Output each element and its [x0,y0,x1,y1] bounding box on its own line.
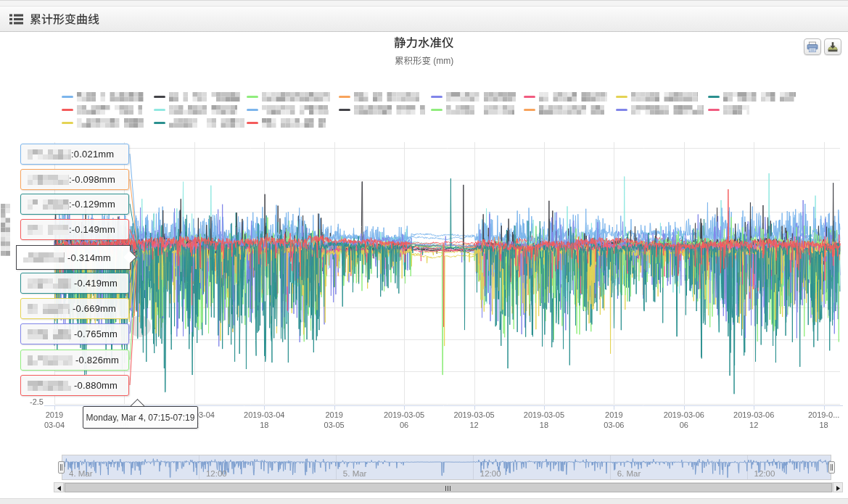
tooltip-series-name-censored [28,329,71,339]
tooltip-series-name-censored [28,149,71,160]
legend-marker [431,109,442,111]
legend-item[interactable] [154,117,244,128]
chart-subtitle: 累积形变 (mm) [0,55,848,66]
legend-item-label-censored [169,105,237,115]
legend-item[interactable] [247,91,330,102]
legend-item[interactable] [524,91,607,102]
tooltip-value: :0.021mm [71,149,114,160]
x-axis-label: 2019-0... 18 [791,410,848,430]
handle-grip-line [62,464,62,471]
navigator-axis-label: 5. Mar [343,469,367,478]
x-axis-label: 2019-03-05 06 [371,410,437,430]
navigator-axis-label: 12:00 [754,469,775,478]
legend-item[interactable] [708,104,749,115]
legend-item[interactable] [247,117,326,128]
handle-grip-line [832,464,833,471]
legend-item[interactable] [339,91,419,102]
handle-grip-line [60,464,61,471]
legend-marker [616,96,627,98]
legend-marker [62,109,73,111]
scrollbar-right-arrow-button[interactable] [833,482,843,492]
legend-item-label-censored [631,92,698,102]
scrollbar-left-arrow-icon [57,486,61,491]
x-axis-label: 2019-03-04 18 [231,410,297,430]
legend-item[interactable] [62,104,142,115]
legend-marker [62,122,73,124]
legend-marker [154,109,165,111]
navigator-axis-label: 12:00 [480,469,501,478]
legend-item[interactable] [616,104,704,115]
legend-item[interactable] [154,104,237,115]
legend-marker [247,122,258,124]
tooltip-box: :0.021mm [20,144,129,165]
tooltip-value: -0.314mm [65,252,111,263]
legend-item-label-censored [169,118,244,128]
x-axis-label: 2019-03-06 06 [651,410,717,430]
legend-marker [524,109,535,111]
tooltip-series-name-censored [28,355,73,365]
navigator-axis-label: 12:00 [206,469,227,478]
legend-item-label-censored [262,118,326,128]
tooltip-value: -0.880mm [71,380,118,391]
tooltip-value: :-0.149mm [69,224,115,235]
legend-marker [431,96,442,98]
legend-item[interactable] [524,104,604,115]
tooltip-box: -0.765mm [20,323,129,344]
legend-item-label-censored [723,92,796,102]
handle-grip-line [831,464,831,471]
legend-item[interactable] [431,91,516,102]
tooltip-series-name-censored [28,304,70,314]
tooltip-value: :-0.129mm [69,199,115,210]
tooltip-box: -0.669mm [20,298,129,319]
legend-marker [339,109,350,111]
legend-item[interactable] [708,91,796,102]
navigator-handle-right[interactable] [828,461,835,474]
chart-title-row: 静力水准仪 [0,36,848,52]
legend-item-label-censored [77,105,142,115]
x-axis-label: 2019-03-05 18 [511,410,577,430]
download-icon [827,41,839,53]
tooltip-value: :-0.098mm [69,174,115,185]
tooltip-value: -0.765mm [71,329,118,339]
legend-item[interactable] [339,104,425,115]
navigator-axis-label: 4. Mar [69,469,93,478]
scrollbar-left-arrow-button[interactable] [54,482,64,492]
download-chart-button[interactable] [824,38,841,55]
tooltip-series-name-censored [28,278,71,289]
x-axis-label: 2019 03-04 [22,410,87,430]
legend-item-label-censored [539,92,607,102]
scrollbar-thumb[interactable] [65,483,832,492]
navigator-handle-left[interactable] [58,461,65,474]
scrollbar [54,482,843,492]
tooltip-value: -0.669mm [70,303,116,314]
list-icon [9,14,23,25]
tooltip-series-name-censored [23,252,65,263]
scrollbar-grip-icon [445,486,451,491]
legend-marker [247,109,258,111]
legend-marker [154,122,165,124]
legend-item-label-censored [354,92,419,102]
x-axis-label: 2019-03-05 12 [442,410,507,430]
scrollbar-right-arrow-icon [836,486,840,491]
panel-title-glyphs [30,13,99,26]
tooltip-box: :-0.149mm [20,219,129,240]
chart-title: 静力水准仪 [394,36,454,49]
tooltip-box: -0.419mm [20,273,129,294]
tooltip-box: :-0.129mm [20,194,129,215]
tooltip-box: -0.826mm [20,350,129,371]
legend-item[interactable] [616,91,698,102]
legend-item[interactable] [62,117,144,128]
legend-item[interactable] [154,91,240,102]
print-chart-button[interactable] [804,38,821,55]
legend-item[interactable] [62,91,144,102]
legend-marker [247,96,258,98]
x-axis-label: 2019-03-06 12 [721,410,786,430]
legend-marker [339,96,350,98]
tooltip-series-name-censored [28,175,69,185]
legend-item-label-censored [169,92,240,102]
legend-item[interactable] [431,104,514,115]
legend-item[interactable] [247,104,329,115]
legend-item-label-censored [723,105,749,115]
tooltip-box: -0.314mm [16,245,131,270]
legend-item-label-censored [262,105,329,115]
